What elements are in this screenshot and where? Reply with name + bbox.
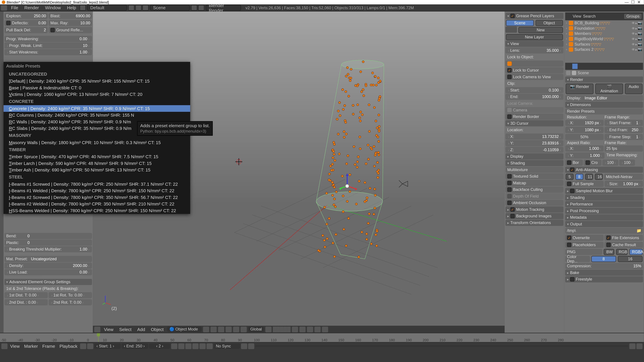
progr-weakening[interactable]: Progr. Weakening:0.00› xyxy=(4,36,92,42)
preset-item[interactable]: Base | Passive & Indestructible CT: 0 xyxy=(4,84,190,91)
fmt-png[interactable]: PNG xyxy=(565,249,602,255)
tl-current[interactable]: ‹ 2 › xyxy=(149,344,170,349)
blast-field[interactable]: Blast:6900.00 xyxy=(49,13,92,19)
shading-header[interactable]: Shading xyxy=(506,160,563,166)
object-menu[interactable]: Object xyxy=(148,327,166,332)
meta-header[interactable]: Metadata xyxy=(565,214,643,221)
aa-8[interactable]: 8 xyxy=(576,174,583,180)
aspect-x[interactable]: ‹X:1.000› xyxy=(565,145,604,152)
preset-item[interactable]: Timber Spruce | Density: 470 kg/m³ CPR: … xyxy=(4,153,190,160)
editor-type-icon[interactable] xyxy=(1,5,7,10)
menu-file[interactable]: File xyxy=(8,5,21,10)
tl-preview-icon[interactable] xyxy=(87,343,94,349)
tl-prev-icon[interactable] xyxy=(178,343,184,349)
aa-filter[interactable]: Mitchell-Netrav xyxy=(604,174,643,180)
1st-dist[interactable]: ‹1st Dist. T: 0.00› xyxy=(4,292,48,298)
shading-header2[interactable]: Shading xyxy=(565,194,643,201)
shading-icon[interactable] xyxy=(203,326,209,332)
tool-shelf-tabs[interactable] xyxy=(0,11,4,333)
opengl-render-icon[interactable] xyxy=(322,326,328,332)
bend-field[interactable]: Bend:0 xyxy=(4,233,92,239)
fullsample[interactable]: Full Sample xyxy=(565,181,604,187)
tl-marker[interactable]: Marker xyxy=(22,344,40,349)
breadcrumb-scene[interactable]: Scene xyxy=(578,71,589,75)
plastic-field[interactable]: Plastic:0 xyxy=(4,240,92,246)
density-field[interactable]: ‹Density:2000.00› xyxy=(4,263,92,269)
tl-frame[interactable]: Frame xyxy=(40,344,57,349)
preset-item[interactable]: Masonry Walls | Density: 1800 kg/m³ CPR:… xyxy=(4,139,190,146)
cursor-z[interactable]: ‹Z:-0.11059› xyxy=(506,147,563,153)
output-path[interactable]: /tmp\📁 xyxy=(565,228,643,234)
newlayer-btn[interactable]: New Layer xyxy=(506,34,563,40)
scene-btn[interactable]: Scene xyxy=(506,20,534,26)
menu-window[interactable]: Window xyxy=(42,5,64,10)
explosn-field[interactable]: Explosn:250.00 xyxy=(4,13,48,19)
tl-playback[interactable]: Playback xyxy=(58,344,79,349)
snap-icon[interactable] xyxy=(299,326,306,332)
cursor-y[interactable]: ‹Y:23.83916› xyxy=(506,140,563,146)
tl-end[interactable]: ‹ End: 250 › xyxy=(122,344,148,349)
tl-keyinsert-icon[interactable] xyxy=(629,343,636,349)
texsolid[interactable]: Textured Solid xyxy=(506,173,563,179)
cd16-btn[interactable]: 16 xyxy=(618,256,643,262)
render-border[interactable]: Render Border xyxy=(506,114,563,120)
object-btn[interactable]: Object xyxy=(535,20,563,26)
tl-start[interactable]: ‹ Start: 1 › xyxy=(94,344,121,349)
dims-header[interactable]: Dimensions xyxy=(565,102,643,108)
tl-view[interactable]: View xyxy=(8,344,22,349)
btm-field[interactable]: ‹Breaking Threshold Multiplier:1.00› xyxy=(4,246,92,252)
start-weakness[interactable]: ‹Start Weakness:1.00› xyxy=(4,49,92,55)
cd8-btn[interactable]: 8 xyxy=(591,256,616,262)
multitex-field[interactable]: Multitexture xyxy=(506,167,563,173)
editor-type-icon[interactable] xyxy=(566,14,571,19)
render-btn[interactable]: 📷 Render xyxy=(566,83,594,94)
motion-header[interactable]: Motion Tracking xyxy=(506,206,563,213)
tl-play-icon[interactable] xyxy=(192,343,198,349)
compression[interactable]: Compression:15% xyxy=(565,263,643,269)
tab-world-icon[interactable] xyxy=(591,64,596,69)
lock-cursor[interactable]: Lock to Cursor xyxy=(506,67,563,73)
res-pct[interactable]: 50% xyxy=(565,134,604,140)
scene-browse-icon[interactable] xyxy=(142,5,148,10)
outliner-row[interactable]: ▸Foundation▽▽▽▽👁▸📷 xyxy=(565,26,643,31)
manipulator-icon[interactable] xyxy=(218,326,224,332)
layer-btn[interactable] xyxy=(284,326,287,332)
end-frame[interactable]: ‹End Fram:250› xyxy=(604,127,643,133)
rgba-btn[interactable]: RGBA xyxy=(629,249,642,255)
transform-header[interactable]: Transform Orientations xyxy=(506,220,563,226)
renderer-field[interactable]: Blender Render xyxy=(206,5,241,10)
tl-range-icon[interactable] xyxy=(80,343,86,349)
1st-rot[interactable]: ‹1st Rot. To: 0.00› xyxy=(49,292,92,298)
scene-del-icon[interactable] xyxy=(198,5,204,10)
placeholders[interactable]: Placeholders xyxy=(565,242,604,248)
clip-start[interactable]: ‹Start:0.100› xyxy=(506,87,563,93)
tl-keyset[interactable] xyxy=(255,346,628,347)
render-presets[interactable]: Render Presets xyxy=(565,108,643,114)
tl-next-icon[interactable] xyxy=(200,343,206,349)
outliner-row[interactable]: ▸BCB_Building▽▽▽▽👁▸📷 xyxy=(565,20,643,26)
timeline-cursor[interactable] xyxy=(98,333,98,342)
preset-item[interactable]: RC Columns | Density: 2400 kg/m³ CPR: 35… xyxy=(4,112,190,118)
groundrefle-field[interactable]: Ground Refle... xyxy=(49,27,92,33)
tab-render-icon[interactable] xyxy=(572,64,578,69)
progr-weak-limit[interactable]: ‹Progr. Weak. Limit:10› xyxy=(4,42,92,49)
gpl-header[interactable]: Grease Pencil Layers xyxy=(506,13,563,19)
preset-item[interactable]: I-Beams #2 Screwed | Density: 7800 kg/m³… xyxy=(4,194,190,201)
perf-header[interactable]: Performance xyxy=(565,201,643,207)
scene-add-icon[interactable] xyxy=(191,5,197,10)
bake-header[interactable]: Bake xyxy=(565,270,643,276)
aa-11[interactable]: 11 xyxy=(585,174,593,180)
remap-2[interactable]: ‹100› xyxy=(619,160,635,166)
menu-render[interactable]: Render xyxy=(21,5,42,10)
fileext[interactable]: File Extensions xyxy=(604,235,643,241)
editor-type-icon[interactable] xyxy=(94,326,100,332)
layer-btn[interactable] xyxy=(273,326,276,332)
pullback-field[interactable]: Pull Back Del:2 xyxy=(4,27,48,33)
freestyle-header[interactable]: Freestyle xyxy=(565,276,643,282)
close-button[interactable]: ✕ xyxy=(636,0,642,4)
tab-constraints-icon[interactable] xyxy=(603,64,608,69)
smb-header[interactable]: Sampled Motion Blur xyxy=(565,188,643,194)
fps-field[interactable]: 25 fps xyxy=(604,145,643,152)
outliner-row[interactable]: ▸Surfaces 2▽▽▽▽👁▸📷 xyxy=(565,47,643,52)
outliner-view[interactable]: View xyxy=(573,14,581,18)
